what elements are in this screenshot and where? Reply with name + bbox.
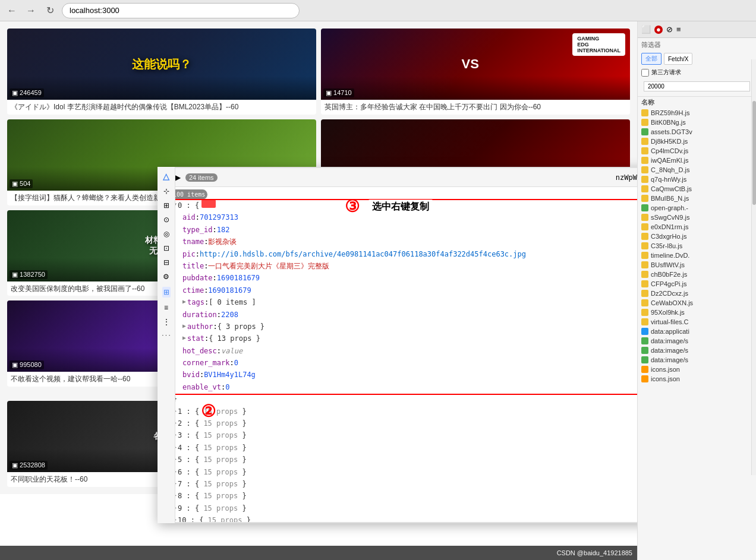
resource-name-19: CFP4gcPi.js	[651, 280, 687, 287]
clear-icon[interactable]: ⊘	[666, 25, 673, 34]
content-area: 这能说吗？ ▣ 246459 《アイドル》Idol 李艺彤演绎超越时代的偶像传说…	[0, 21, 637, 560]
back-button[interactable]: ←	[5, 4, 19, 18]
json-root-collapse[interactable]: ▼ 100 items	[163, 189, 637, 200]
filter-all-btn[interactable]: 全部	[641, 53, 662, 65]
network-icon[interactable]: ⊞	[163, 201, 169, 210]
filter-input[interactable]	[644, 81, 750, 91]
json-item-3[interactable]: ▶ 3 : { 15 props }	[163, 429, 637, 441]
js-icon-10	[641, 214, 648, 221]
resource-item-timeline[interactable]: timeline.DvD.	[638, 251, 756, 260]
forward-button[interactable]: →	[24, 4, 38, 18]
video-title-2: 英国博主：多年经验告诚大家 在中国晚上千万不要出门 因为你会--60	[321, 100, 630, 115]
resource-item-95Xol9hk[interactable]: 95Xol9hk.js	[638, 308, 756, 317]
json-field-enable_vt: enable_vt : 0	[163, 381, 637, 393]
filter-fetch-btn[interactable]: Fetch/X	[664, 53, 692, 65]
js-icon-5	[641, 157, 648, 164]
resource-item-q7q[interactable]: q7q-hnWy.js	[638, 175, 756, 184]
js-icon-2	[641, 119, 648, 126]
camera-icon[interactable]: ⊡	[163, 244, 169, 252]
video-card-2[interactable]: GAMINGEDGINTERNATIONAL VS ▣ 14710 英国博主：多…	[321, 29, 630, 115]
json-item-9[interactable]: ▶ 9 : { 15 props }	[163, 502, 637, 514]
resource-item-Dz2CDcxz[interactable]: Dz2CDcxz.js	[638, 289, 756, 298]
resource-item-sSwgCvN9[interactable]: sSwgCvN9.js	[638, 213, 756, 222]
resource-item-BRZ59h9H[interactable]: BRZ59h9H.js	[638, 108, 756, 118]
items-badge-24: 24 items	[185, 173, 218, 182]
json-field-tags[interactable]: ▶ tags : [ 0 items ]	[163, 296, 637, 308]
resource-item-chB0bF2e[interactable]: chB0bF2e.js	[638, 270, 756, 279]
json-item-5[interactable]: ▶ 5 : { 15 props }	[163, 454, 637, 466]
img-icon-4	[641, 347, 648, 354]
video-count-3: ▣ 504	[10, 179, 33, 188]
json-item-8[interactable]: ▶ 8 : { 15 props }	[163, 490, 637, 502]
resource-name-6: iwQAEmKl.js	[651, 157, 689, 164]
devtools-body[interactable]: ▼ 100 items ▼ 0 : { aid : 701297313 type…	[159, 187, 637, 522]
json-item-7[interactable]: ▶ 7 : { 15 props }	[163, 478, 637, 490]
resource-item-e0xDN1rm[interactable]: e0xDN1rm.js	[638, 222, 756, 232]
resource-item-data-img-3[interactable]: data:image/s	[638, 355, 756, 365]
resource-item-data-img-1[interactable]: data:image/s	[638, 336, 756, 346]
resource-item-CaQmwCtB[interactable]: CaQmwCtB.js	[638, 184, 756, 194]
json-field-pubdate: pubdate : 1690181679	[163, 272, 637, 284]
resource-item-iwQAEmKl[interactable]: iwQAEmKl.js	[638, 156, 756, 165]
json-field-stat[interactable]: ▶ stat : { 13 props }	[163, 333, 637, 344]
resource-item-CeWabOXN[interactable]: CeWabOXN.js	[638, 298, 756, 308]
video-count-5: ▣ 1382750	[10, 270, 48, 279]
config-icon[interactable]: ≡	[164, 303, 168, 312]
json-field-author[interactable]: ▶ author : { 3 props }	[163, 321, 637, 333]
resource-item-open-graph[interactable]: open-graph.-	[638, 203, 756, 213]
resource-item-Cp4lmCDv[interactable]: Cp4lmCDv.js	[638, 146, 756, 156]
resource-item-data-img-2[interactable]: data:image/s	[638, 346, 756, 355]
resource-item-C3dxgrHo[interactable]: C3dxgrHo.js	[638, 232, 756, 241]
third-party-label[interactable]: 第三方请求	[641, 68, 752, 77]
json-icon-2	[641, 375, 648, 382]
resource-item-virtual-files[interactable]: virtual-files.C	[638, 317, 756, 327]
more2-icon[interactable]: ≡	[676, 25, 681, 34]
devtools-header: △ ▶ 24 items nzWpW0bTOO ⎘ ↻ ⚙	[159, 168, 637, 187]
third-party-checkbox[interactable]	[641, 69, 649, 77]
user-icon[interactable]: ⊙	[163, 216, 169, 224]
resource-name-20: Dz2CDcxz.js	[651, 290, 688, 297]
json-item-6[interactable]: ▶ 6 : { 15 props }	[163, 466, 637, 478]
panel-label: 筛选器	[641, 40, 661, 49]
resource-item-assets[interactable]: assets.DGT3v	[638, 127, 756, 137]
resource-name-14: C3dxgrHo.js	[651, 233, 687, 240]
resource-name-21: CeWabOXN.js	[651, 299, 693, 306]
json-item-2[interactable]: ▶ 2 : { 15 props }	[163, 417, 637, 429]
resource-item-Dj8kH5KD[interactable]: Dj8kH5KD.js	[638, 137, 756, 146]
dots-icon[interactable]: · · ·	[162, 332, 171, 338]
grid-icon[interactable]: ⊞	[162, 287, 171, 298]
monitor-icon[interactable]: ⬜	[641, 25, 651, 34]
scrollbar-track[interactable]	[751, 59, 756, 475]
expand-arrow[interactable]: ▶	[175, 173, 181, 182]
resource-item-data-app[interactable]: data:applicati	[638, 327, 756, 336]
resource-item-C35r[interactable]: C35r-l8u.js	[638, 241, 756, 251]
json-field-tname: tname : 影视杂谈	[163, 236, 637, 248]
json-item-4[interactable]: ▶ 4 : { 15 props }	[163, 442, 637, 454]
refresh-button[interactable]: ↻	[43, 4, 57, 18]
image-icon[interactable]: ⊟	[163, 258, 169, 267]
resource-item-BUsflWtV[interactable]: BUsflWtV.js	[638, 260, 756, 270]
resource-item-BitK0BNg[interactable]: BitK0BNg.js	[638, 118, 756, 127]
resource-item-icons-json-2[interactable]: icons.json	[638, 374, 756, 384]
json-item-10[interactable]: ▶ 10 : { 15 props }	[163, 514, 637, 522]
settings2-icon[interactable]: ⚙	[163, 273, 169, 281]
resource-item-icons-json-1[interactable]: icons.json	[638, 365, 756, 374]
cursor-icon[interactable]: ⊹	[163, 187, 169, 195]
js-icon-1	[641, 109, 648, 116]
resource-item-C_8Nqh[interactable]: C_8Nqh_D.js	[638, 165, 756, 175]
stop-icon[interactable]: ●	[654, 26, 663, 34]
devtools-delta-icon: △	[163, 172, 169, 181]
scrollbar-thumb[interactable]	[752, 101, 756, 205]
resource-name-11: open-graph.-	[651, 204, 688, 211]
url-bar[interactable]	[62, 3, 300, 18]
api-icon[interactable]: ◎	[163, 230, 169, 238]
more-icon[interactable]: ⋮	[163, 318, 170, 326]
resource-item-BMuIB6[interactable]: BMuIB6_N.js	[638, 194, 756, 203]
resource-name-17: BUsflWtV.js	[651, 261, 685, 268]
resource-item-CFP4gcPi[interactable]: CFP4gcPi.js	[638, 279, 756, 289]
video-card-1[interactable]: 这能说吗？ ▣ 246459 《アイドル》Idol 李艺彤演绎超越时代的偶像传说…	[7, 29, 316, 115]
json-item-1[interactable]: ▶ 1 : { 15 props }	[163, 406, 637, 417]
json-item-0-header[interactable]: ▼ 0 : {	[163, 200, 637, 211]
resource-name-24: data:applicati	[651, 328, 689, 335]
resource-list[interactable]: BRZ59h9H.js BitK0BNg.js assets.DGT3v Dj8…	[638, 108, 756, 560]
